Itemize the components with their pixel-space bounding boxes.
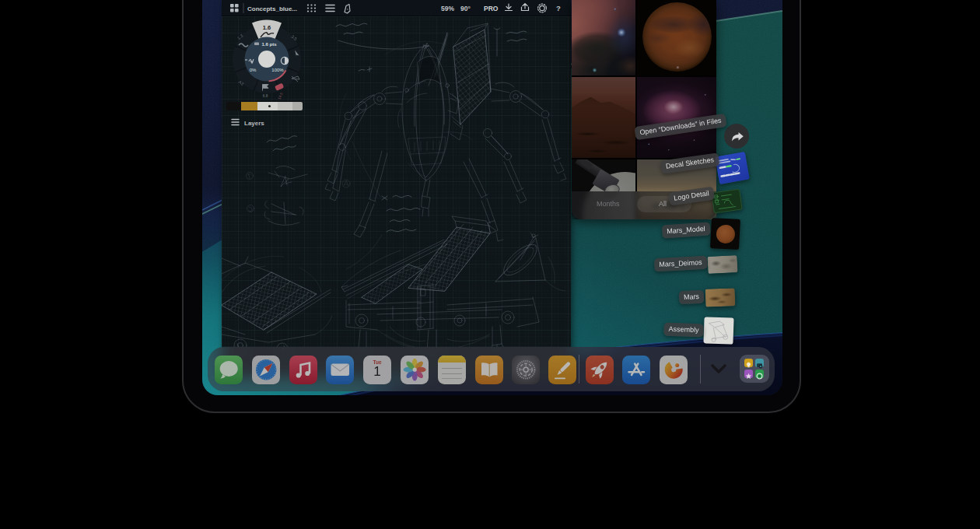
svg-text:1.6: 1.6 (263, 24, 271, 31)
svg-text:Layers: Layers (244, 120, 264, 127)
svg-text:59%: 59% (441, 5, 454, 12)
svg-text:?: ? (556, 4, 561, 12)
svg-text:PRO: PRO (484, 5, 499, 12)
svg-text:100%: 100% (271, 68, 284, 72)
svg-text:Concepts_blue...: Concepts_blue... (247, 5, 297, 12)
svg-text:6.8: 6.8 (263, 94, 268, 98)
svg-text:90°: 90° (460, 5, 471, 12)
svg-text:1.6 pts: 1.6 pts (261, 42, 277, 47)
svg-text:14.5: 14.5 (278, 92, 284, 100)
svg-text:0%: 0% (250, 68, 257, 72)
